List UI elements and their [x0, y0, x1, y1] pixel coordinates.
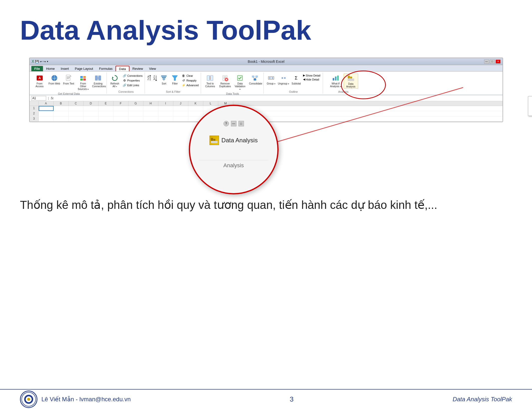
whatif-dropdown: Scenario Manager... Goal Seek... Data Ta… — [528, 96, 532, 116]
remove-duplicates-label: Remove Duplicates — [219, 82, 231, 88]
tab-view[interactable]: View — [146, 66, 159, 71]
whatif-analysis-btn[interactable]: What-If Analysis ▾ — [329, 74, 343, 88]
cell-a2[interactable] — [39, 111, 54, 116]
svg-rect-54 — [350, 77, 352, 78]
cell-e1[interactable] — [99, 106, 113, 111]
cell-h1[interactable] — [143, 106, 158, 111]
tab-file[interactable]: File — [31, 66, 43, 71]
show-detail-icon: ▶ — [303, 74, 305, 77]
redo-qat-btn[interactable]: ↪ — [43, 60, 46, 63]
cell-e2[interactable] — [99, 111, 113, 116]
tab-home[interactable]: Home — [43, 66, 58, 71]
formula-input[interactable] — [55, 96, 501, 100]
edit-links-small-btn[interactable]: 🔗 Edit Links — [122, 83, 143, 87]
show-detail-btn[interactable]: ▶ Show Detail — [302, 74, 321, 77]
row-num-2: 2 — [30, 111, 39, 116]
subtotal-btn[interactable]: Σ Subtotal — [291, 74, 302, 85]
data-table-item[interactable]: Data Table... — [528, 109, 532, 115]
group-btn[interactable]: Group ▾ — [266, 74, 276, 86]
cell-c3[interactable] — [69, 116, 84, 121]
cell-i2[interactable] — [158, 111, 173, 116]
cell-f2[interactable] — [113, 111, 128, 116]
zoom-minimize-btn[interactable]: — — [231, 121, 236, 126]
cell-i1[interactable] — [158, 106, 173, 111]
svg-rect-8 — [80, 76, 83, 78]
cell-i3[interactable] — [158, 116, 173, 121]
cell-a3[interactable] — [39, 116, 54, 121]
advanced-btn[interactable]: ⚡ Advanced — [181, 83, 199, 87]
cell-f3[interactable] — [113, 116, 128, 121]
maximize-btn[interactable]: □ — [490, 60, 495, 64]
ungroup-btn[interactable]: Ungroup ▾ — [277, 74, 290, 86]
cell-b3[interactable] — [54, 116, 69, 121]
cell-c1[interactable] — [69, 106, 84, 111]
scenario-manager-item[interactable]: Scenario Manager... — [528, 97, 532, 103]
cell-k1[interactable] — [188, 106, 203, 111]
reapply-btn[interactable]: ↺ Reapply — [181, 78, 199, 83]
from-other-sources-button[interactable]: From Other Sources ▾ — [76, 74, 90, 91]
cell-b2[interactable] — [54, 111, 69, 116]
analysis-group-label: Analysis — [338, 90, 348, 93]
cell-d1[interactable] — [84, 106, 99, 111]
zoom-maximize-btn[interactable]: □ — [238, 121, 244, 126]
cell-g3[interactable] — [128, 116, 143, 121]
zoom-data-analysis-btn[interactable]: Data Analysis — [210, 136, 258, 145]
clear-btn[interactable]: 🗑 Clear — [181, 74, 199, 78]
filter-btn[interactable]: Filter — [170, 74, 180, 85]
data-analysis-label: Data Analysis — [345, 82, 357, 88]
cell-d3[interactable] — [84, 116, 99, 121]
refresh-all-button[interactable]: Refresh All ▾ — [109, 74, 121, 88]
analysis-buttons: What-If Analysis ▾ Data Analysis — [329, 73, 358, 90]
cell-f1[interactable] — [113, 106, 128, 111]
svg-rect-29 — [207, 76, 210, 81]
subtotal-label: Subtotal — [292, 82, 301, 85]
from-web-button[interactable]: From Web — [48, 74, 61, 85]
cell-d2[interactable] — [84, 111, 99, 116]
connections-small-btn[interactable]: 🔗 Connections — [122, 74, 143, 78]
consolidate-btn[interactable]: Consolidate — [248, 74, 262, 85]
tab-data[interactable]: Data — [115, 66, 129, 71]
tab-formulas[interactable]: Formulas — [96, 66, 115, 71]
cell-j2[interactable] — [173, 111, 188, 116]
col-header-b: B — [54, 101, 69, 106]
cell-b1[interactable] — [54, 106, 69, 111]
svg-rect-24 — [161, 76, 167, 77]
cell-h3[interactable] — [143, 116, 158, 121]
sort-az-btn[interactable]: AZ — [147, 74, 152, 82]
text-to-columns-btn[interactable]: Text to Columns — [203, 74, 217, 88]
cell-h2[interactable] — [143, 111, 158, 116]
sort-za-btn[interactable]: ZA — [153, 74, 158, 82]
data-analysis-btn[interactable]: Data Analysis — [344, 74, 358, 89]
properties-small-btn[interactable]: ⚙ Properties — [122, 78, 143, 83]
svg-rect-11 — [83, 79, 86, 81]
close-btn[interactable]: ✕ — [496, 60, 501, 64]
zoom-help-btn[interactable]: ? — [223, 121, 229, 126]
name-box-input[interactable] — [31, 96, 46, 100]
cell-g2[interactable] — [128, 111, 143, 116]
sort-btn[interactable]: Sort — [159, 74, 169, 85]
remove-duplicates-btn[interactable]: Remove Duplicates — [218, 74, 232, 88]
cell-c2[interactable] — [69, 111, 84, 116]
undo-qat-btn[interactable]: ↩ — [40, 60, 42, 63]
cell-a1[interactable] — [39, 106, 54, 111]
from-text-icon — [65, 74, 73, 82]
save-qat-btn[interactable]: 💾 — [35, 60, 39, 63]
tab-review[interactable]: Review — [129, 66, 146, 71]
svg-rect-52 — [337, 76, 339, 81]
cell-k2[interactable] — [188, 111, 203, 116]
cell-g1[interactable] — [128, 106, 143, 111]
subtotal-icon: Σ — [292, 74, 300, 82]
cell-j3[interactable] — [173, 116, 188, 121]
cell-j1[interactable] — [173, 106, 188, 111]
cell-e3[interactable] — [99, 116, 113, 121]
formula-bar: | fx — [30, 95, 503, 101]
hide-detail-btn[interactable]: ◀ Hide Detail — [302, 78, 321, 81]
from-text-button[interactable]: From Text — [62, 74, 75, 85]
minimize-btn[interactable]: — — [484, 60, 489, 64]
from-access-button[interactable]: A From Access — [33, 74, 47, 88]
tab-page-layout[interactable]: Page Layout — [72, 66, 96, 71]
goal-seek-item[interactable]: Goal Seek... — [528, 103, 532, 109]
existing-connections-button[interactable]: Existing Connections — [91, 74, 105, 88]
tab-insert[interactable]: Insert — [58, 66, 72, 71]
data-validation-btn[interactable]: Data Validation ▾ — [233, 74, 247, 91]
